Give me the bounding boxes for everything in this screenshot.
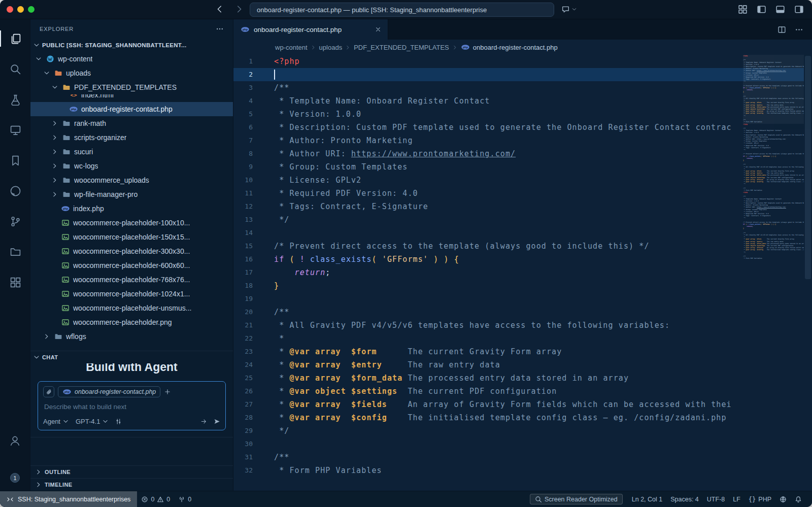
code-line-3[interactable]: 3/** [233,81,804,94]
line-number[interactable]: 10 [233,174,264,187]
chat-forward-button[interactable] [200,418,207,425]
screen-reader-status[interactable]: Screen Reader Optimized [530,494,623,504]
toggle-primary-sidebar-button[interactable] [757,5,766,14]
line-number[interactable]: 15 [233,240,264,253]
line-number[interactable]: 25 [233,371,264,385]
code-line-10[interactable]: 10 * License: GPLv2 [233,174,804,187]
activity-explorer[interactable] [0,23,30,54]
tree-item-uploads[interactable]: uploads [30,66,233,80]
line-number[interactable]: 11 [233,187,264,200]
tree-item-woocommerce-uploads[interactable]: woocommerce_uploads [30,173,233,187]
breadcrumb-wp-content[interactable]: wp-content [275,44,308,51]
attach-context-button[interactable] [43,386,54,397]
line-number[interactable]: 23 [233,345,264,358]
close-window-button[interactable] [7,6,13,13]
tree-item-scripts-organizer[interactable]: scripts-organizer [30,130,233,145]
code-line-16[interactable]: 16if ( ! class_exists( 'GFForms' ) ) { [233,253,804,266]
tree-item-woocommerce-placeholder-150x15[interactable]: woocommerce-placeholder-150x15... [30,230,233,244]
tree-item-woocommerce-placeholder-600x60[interactable]: woocommerce-placeholder-600x60... [30,258,233,273]
code-line-18[interactable]: 18} [233,279,804,292]
line-number[interactable]: 9 [233,160,264,174]
tree-item-woocommerce-placeholder-300x30[interactable]: woocommerce-placeholder-300x30... [30,244,233,258]
code-line-5[interactable]: 5 * Version: 1.0.0 [233,108,804,121]
tree-item-wc-logs[interactable]: wc-logs [30,159,233,173]
problems-status[interactable]: 0 0 [137,491,174,507]
code-line-11[interactable]: 11 * Required PDF Version: 4.0 [233,187,804,200]
chat-input-placeholder[interactable]: Describe what to build next [43,402,220,413]
tree-item-index-html[interactable]: <>index.html [30,94,233,102]
line-number[interactable]: 5 [233,108,264,121]
scrollbar-thumb[interactable] [805,56,811,279]
tree-item-woocommerce-placeholder-768x76[interactable]: woocommerce-placeholder-768x76... [30,273,233,287]
line-number[interactable]: 2 [233,68,264,81]
line-number[interactable]: 14 [233,226,264,240]
line-number[interactable]: 21 [233,319,264,332]
minimap[interactable]: <?php /** * Template Name: Onboard Regis… [743,55,804,491]
code-line-8[interactable]: 8 * Author URI: https://www.prontomarket… [233,147,804,160]
copilot-menu[interactable] [561,5,577,14]
chat-input-box[interactable]: php onboard-register-contact.php Describ… [38,381,226,430]
back-button[interactable] [215,5,224,14]
activity-search[interactable] [0,54,30,84]
model-picker-dropdown[interactable]: GPT-4.1 [76,418,109,425]
line-number[interactable]: 31 [233,451,264,464]
line-number[interactable]: 12 [233,200,264,213]
attached-file-chip[interactable]: php onboard-register-contact.php [58,386,160,397]
chat-section-header[interactable]: CHAT [30,351,233,363]
minimize-window-button[interactable] [17,6,24,13]
line-number[interactable]: 3 [233,81,264,94]
code-line-21[interactable]: 21 * All Gravity PDF v4/v5/v6 templates … [233,319,804,332]
code-line-7[interactable]: 7 * Author: Pronto Marketing [233,134,804,147]
activity-testing[interactable] [0,84,30,115]
zoom-window-button[interactable] [28,6,35,13]
code-line-27[interactable]: 27 * @var array $fields An array of Grav… [233,398,804,411]
outline-section-header[interactable]: OUTLINE [30,465,233,478]
toggle-secondary-sidebar-button[interactable] [794,5,804,14]
forward-button[interactable] [234,5,244,14]
line-number[interactable]: 20 [233,306,264,319]
line-number[interactable]: 16 [233,253,264,266]
breadcrumb-uploads[interactable]: uploads [319,44,343,51]
manage-badge[interactable]: 1 [10,473,20,483]
indentation-status[interactable]: Spaces: 4 [666,496,703,503]
ports-status[interactable]: 0 [174,491,195,507]
add-context-button[interactable] [164,388,171,395]
code-line-1[interactable]: 1<?php [233,55,804,68]
activity-bookmarks[interactable] [0,145,30,176]
breadcrumb-pdf-extended-templates[interactable]: PDF_EXTENDED_TEMPLATES [354,44,449,51]
code-line-6[interactable]: 6 * Description: Custom PDF template use… [233,121,804,134]
line-number[interactable]: 4 [233,94,264,108]
activity-remote-explorer[interactable] [0,115,30,145]
line-number[interactable]: 24 [233,358,264,371]
line-number[interactable]: 22 [233,332,264,345]
code-line-22[interactable]: 22 * [233,332,804,345]
code-line-32[interactable]: 32 * Form PHP Variables [233,464,804,477]
code-area[interactable]: 1<?php23/**4 * Template Name: Onboard Re… [233,55,804,491]
titlebar[interactable]: onboard-register-contact.php — public [S… [0,0,812,19]
tree-item-woocommerce-placeholder-png[interactable]: woocommerce-placeholder.png [30,315,233,329]
encoding-status[interactable]: UTF-8 [703,496,729,503]
code-line-28[interactable]: 28 * @var array $config The initialised … [233,411,804,424]
tree-item-onboard-register-contact-php[interactable]: phponboard-register-contact.php [30,102,233,116]
split-editor-button[interactable] [777,25,786,34]
tree-item-woocommerce-placeholder-unsmus[interactable]: woocommerce-placeholder-unsmus... [30,301,233,315]
line-number[interactable]: 19 [233,292,264,306]
chat-send-button[interactable] [214,418,220,425]
line-number[interactable]: 29 [233,424,264,437]
line-number[interactable]: 6 [233,121,264,134]
code-line-14[interactable]: 14 [233,226,804,240]
code-line-4[interactable]: 4 * Template Name: Onboard Register Cont… [233,94,804,108]
close-tab-button[interactable] [375,26,382,33]
line-number[interactable]: 13 [233,213,264,226]
notifications-bell-icon[interactable] [791,496,806,503]
cursor-position-status[interactable]: Ln 2, Col 1 [628,496,666,503]
tree-item-wp-file-manager-pro[interactable]: wp-file-manager-pro [30,187,233,201]
timeline-section-header[interactable]: TIMELINE [30,478,233,491]
globe-icon[interactable] [775,496,791,503]
configure-tools-button[interactable] [115,418,122,425]
editor-scrollbar[interactable] [804,55,812,491]
toggle-panel-button[interactable] [775,5,785,14]
activity-file-manager[interactable] [0,236,30,267]
remote-indicator[interactable]: SSH: Staging_shannonbattleenterprises [0,491,137,507]
code-line-31[interactable]: 31/** [233,451,804,464]
